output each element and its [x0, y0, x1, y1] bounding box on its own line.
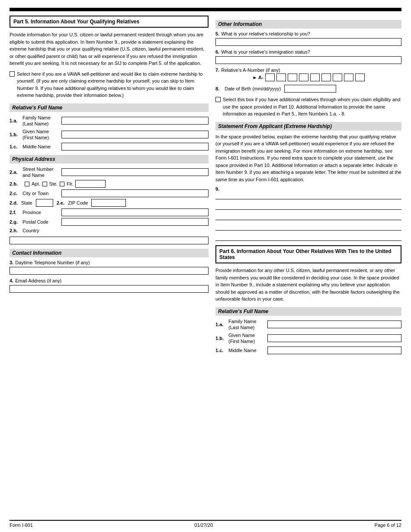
field-5-num: 5.: [215, 31, 219, 36]
flr-checkbox[interactable]: [60, 182, 64, 186]
statement-line-5[interactable]: [215, 233, 401, 241]
field-1a-input[interactable]: [61, 117, 209, 125]
field-1a-label: Family Name (Last Name): [22, 115, 61, 127]
field-3-num: 3.: [10, 260, 13, 265]
statement-header: Statement From Applicant (Extreme Hardsh…: [215, 122, 401, 131]
field-2d-label: State: [21, 200, 32, 205]
field-1c-row: 1.c. Middle Name: [10, 143, 209, 151]
field-3-label: Daytime Telephone Number (if any): [15, 260, 90, 265]
field-2a-code: 2.a.: [10, 170, 22, 175]
part6-field-1b-label: Given Name (First Name): [228, 332, 267, 345]
part6-field-1a-label: Family Name (Last Name): [228, 318, 267, 331]
a-cell-8[interactable]: [344, 74, 353, 81]
field-2c-input[interactable]: [61, 189, 209, 197]
field-6-input[interactable]: [215, 56, 401, 64]
field-2a-label: Street Number and Name: [22, 166, 61, 179]
part6-field-1c-label: Middle Name: [228, 347, 267, 353]
field-2b-row: 2.b. Apt. Ste. Flr.: [10, 180, 209, 188]
field-8-block: 8. Date of Birth (mm/dd/yyyy): [215, 85, 401, 93]
field-1c-input[interactable]: [61, 143, 209, 151]
field-3-block: 3. Daytime Telephone Number (if any): [10, 260, 209, 275]
field-6-block: 6. What is your relative's immigration s…: [215, 49, 401, 64]
field-2g-input[interactable]: [61, 218, 209, 226]
part6-intro: Provide information for any other U.S. c…: [215, 267, 401, 303]
form-date: 01/27/20: [194, 522, 213, 528]
field-2e-label: ZIP Code: [68, 200, 88, 205]
flr-label: Flr.: [67, 181, 73, 186]
field-2h-input[interactable]: [10, 237, 209, 244]
a-cell-5[interactable]: [310, 74, 320, 81]
field-2f-input[interactable]: [61, 208, 209, 216]
statement-line-1[interactable]: [215, 192, 401, 199]
field-2d-2e-row: 2.d. State 2.e. ZIP Code: [10, 199, 209, 207]
statement-line-4[interactable]: [215, 223, 401, 231]
a-cell-1[interactable]: [265, 74, 275, 81]
field-2f-row: 2.f. Province: [10, 208, 209, 216]
field-1b-code: 1.b.: [10, 132, 22, 137]
field-2f-code: 2.f.: [10, 210, 22, 215]
field-5-block: 5. What is your relative's relationship …: [215, 31, 401, 46]
part6-field-1a-input[interactable]: [267, 320, 401, 328]
field-2d-input[interactable]: [36, 199, 53, 207]
a-cell-6[interactable]: [321, 74, 331, 81]
field-1a-code: 1.a.: [10, 118, 22, 123]
field-5-label: What is your relative's relationship to …: [221, 31, 310, 36]
checkbox2-row: Select this box if you have additional r…: [215, 96, 401, 118]
field-4-label: Email Address (if any): [15, 278, 61, 283]
apt-checkbox[interactable]: [25, 182, 29, 186]
page: Part 5. Information About Your Qualifyin…: [0, 0, 411, 532]
footer: Form I-601 01/27/20 Page 6 of 12: [10, 520, 401, 528]
field-4-num: 4.: [10, 278, 13, 283]
part6-field-1a-code: 1.a.: [215, 322, 228, 327]
left-column: Part 5. Information About Your Qualifyin…: [10, 16, 209, 356]
field-2a-input[interactable]: [61, 168, 209, 176]
field-1b-label: Given Name (First Name): [22, 128, 61, 141]
relatives-full-name-header: Relative's Full Name: [10, 103, 209, 112]
field-6-label: What is your relative's immigration stat…: [221, 49, 310, 54]
other-info-header: Other Information: [215, 20, 401, 29]
field-8-input[interactable]: [284, 85, 336, 93]
a-prefix: ► A-: [252, 75, 263, 80]
field-3-input[interactable]: [10, 267, 209, 275]
ste-label: Ste.: [49, 181, 58, 186]
checkbox1[interactable]: [10, 71, 15, 77]
part6-field-1c-code: 1.c.: [215, 348, 228, 353]
field-2b-input[interactable]: [75, 180, 106, 188]
checkbox2[interactable]: [215, 97, 221, 102]
statement-line-2[interactable]: [215, 202, 401, 210]
page-info: Page 6 of 12: [375, 522, 401, 528]
part6-field-1b-input[interactable]: [267, 334, 401, 342]
physical-address-header: Physical Address: [10, 155, 209, 163]
field-2c-code: 2.c.: [10, 191, 22, 196]
part6-header: Part 6. Information About Your Other Rel…: [215, 245, 401, 263]
field-1b-input[interactable]: [61, 131, 209, 138]
a-cell-7[interactable]: [333, 74, 342, 81]
part6-field-1a-row: 1.a. Family Name (Last Name): [215, 318, 401, 331]
contact-info-header: Contact Information: [10, 249, 209, 257]
checkbox1-text: Select here if you are a VAWA self-petit…: [17, 71, 209, 99]
statement-line-3[interactable]: [215, 212, 401, 220]
field-2f-label: Province: [22, 209, 61, 215]
field-9-block: 9.: [215, 186, 401, 241]
form-id: Form I-601: [10, 522, 33, 528]
a-cell-4[interactable]: [299, 74, 308, 81]
field-9-num: 9.: [215, 186, 219, 192]
field-2a-row: 2.a. Street Number and Name: [10, 166, 209, 179]
field-4-block: 4. Email Address (if any): [10, 278, 209, 293]
field-1a-row: 1.a. Family Name (Last Name): [10, 115, 209, 127]
field-6-num: 6.: [215, 49, 219, 54]
field-5-input[interactable]: [215, 38, 401, 46]
a-cell-2[interactable]: [276, 74, 286, 81]
a-cell-3[interactable]: [288, 74, 297, 81]
field-1c-label: Middle Name: [22, 144, 61, 150]
a-number-row: ► A-: [215, 74, 401, 81]
part6-relatives-header: Relative's Full Name: [215, 307, 401, 316]
field-4-input[interactable]: [10, 285, 209, 293]
a-cell-9[interactable]: [355, 74, 365, 81]
ste-checkbox[interactable]: [42, 182, 47, 186]
part6-field-1c-input[interactable]: [267, 346, 401, 354]
field-2e-input[interactable]: [91, 199, 126, 207]
field-8-row: 8. Date of Birth (mm/dd/yyyy): [215, 85, 401, 93]
field-2d-code: 2.d.: [10, 200, 18, 205]
field-1b-row: 1.b. Given Name (First Name): [10, 128, 209, 141]
